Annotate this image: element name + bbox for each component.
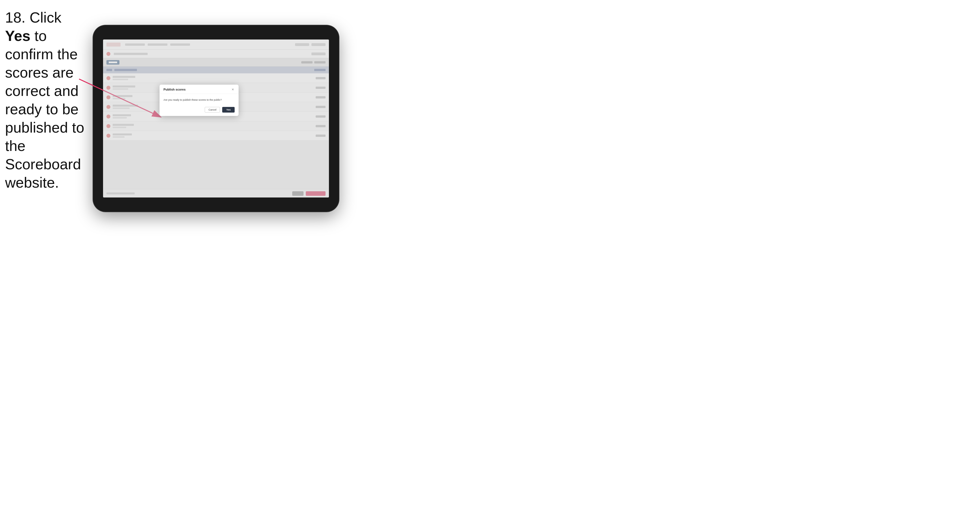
dialog-title: Publish scores: [164, 88, 186, 91]
publish-scores-dialog: Publish scores ✕ Are you ready to publis…: [159, 85, 239, 116]
tablet-screen: Publish scores ✕ Are you ready to publis…: [103, 40, 329, 197]
instruction-text: 18. Click Yes to confirm the scores are …: [5, 8, 87, 192]
dialog-footer: Cancel Yes: [159, 105, 239, 116]
dialog-body: Are you ready to publish these scores to…: [159, 94, 239, 105]
modal-overlay: [103, 40, 329, 197]
yes-button[interactable]: Yes: [222, 107, 235, 113]
tablet-frame: Publish scores ✕ Are you ready to publis…: [93, 25, 339, 211]
dialog-header: Publish scores ✕: [159, 85, 239, 94]
dialog-close-button[interactable]: ✕: [231, 87, 235, 91]
dialog-message: Are you ready to publish these scores to…: [164, 98, 222, 101]
cancel-button[interactable]: Cancel: [205, 107, 220, 113]
